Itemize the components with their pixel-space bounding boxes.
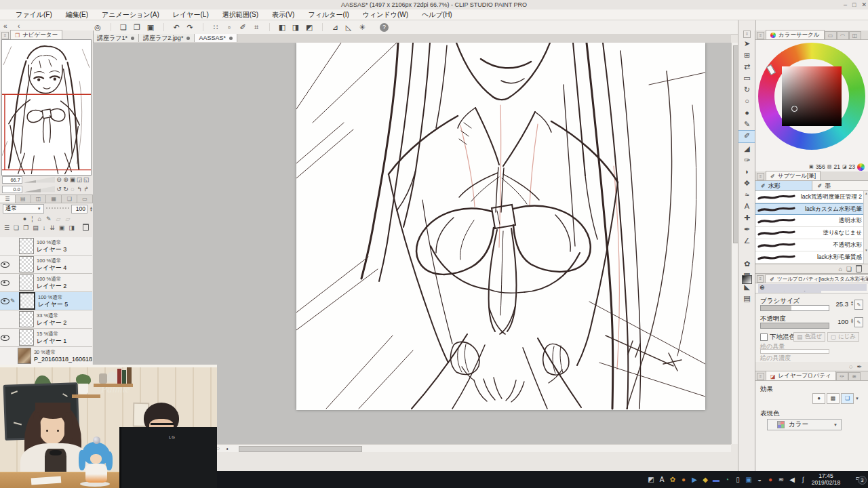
layer-thumbnail[interactable] xyxy=(18,348,31,364)
toolbar-button[interactable] xyxy=(104,23,111,31)
tray-icon[interactable]: ◀ xyxy=(787,471,797,488)
layer-lock-icon[interactable]: ▱ xyxy=(65,216,70,222)
tray-icon[interactable]: ◩ xyxy=(646,471,656,488)
expression-color-select[interactable]: カラー ▼ xyxy=(767,419,842,430)
tab-close-dot[interactable] xyxy=(186,37,190,40)
navigator-zoom-icon[interactable]: ▣ xyxy=(69,176,76,183)
brush-row[interactable]: 不透明水彩 xyxy=(755,239,868,251)
tray-icon[interactable]: A xyxy=(656,471,667,488)
layer-palette-tab[interactable]: ▤ xyxy=(16,195,31,203)
layer-visibility-eye-icon[interactable] xyxy=(1,298,9,304)
menu-item[interactable]: 表示(V) xyxy=(266,10,300,20)
document-tab[interactable]: 講座ラフ1* xyxy=(93,34,139,42)
menu-item[interactable]: 編集(E) xyxy=(60,10,94,20)
layer-name[interactable]: レイヤー 1 xyxy=(37,338,66,344)
param-value[interactable]: 100 xyxy=(828,318,848,325)
tool-property-tab[interactable]: ✐ ツールプロパティ[lackカスタム水彩毛筆] xyxy=(765,274,868,283)
tool-button[interactable]: ○ xyxy=(738,96,755,107)
menu-item[interactable]: ファイル(F) xyxy=(9,10,58,20)
tray-icon[interactable]: ◒ xyxy=(754,471,765,488)
brush-row[interactable]: lackカスタム水彩毛筆 xyxy=(755,203,868,215)
tab-close-dot[interactable] xyxy=(131,37,134,40)
subtool-grip-icon[interactable]: ≡ xyxy=(757,173,764,180)
subtool-group-tab[interactable]: ✐ 水彩 xyxy=(755,181,812,190)
tool-button[interactable]: ▤ xyxy=(738,293,755,304)
tray-icon[interactable]: ≋ xyxy=(776,471,787,488)
layer-thumbnail[interactable] xyxy=(19,256,34,272)
param-dynamics-button[interactable]: ✎ xyxy=(854,300,863,310)
onion-skin-tab[interactable]: ≋ xyxy=(848,372,861,380)
toolbar-button[interactable]: ⊿ xyxy=(328,22,342,33)
layer-thumbnail[interactable] xyxy=(19,311,34,327)
layer-palette-tab[interactable]: ◫ xyxy=(31,195,47,203)
toolbar-button[interactable] xyxy=(157,23,164,31)
border-effect-icon[interactable]: ● xyxy=(812,393,825,404)
layer-command-icon[interactable]: ❐ xyxy=(23,224,28,231)
tray-icon[interactable]: ◔ xyxy=(722,471,732,488)
color-circle-tab[interactable]: カラーサークル xyxy=(766,30,825,39)
layer-row[interactable]: ✎ 15 %通常 レイヤー 1 xyxy=(0,329,92,347)
layer-lock-icon[interactable]: ⌂ xyxy=(37,216,41,222)
navigator-zoom-icon[interactable]: ◲ xyxy=(76,176,83,183)
layer-palette-tab[interactable]: ▭ xyxy=(77,195,93,203)
toolbar-button[interactable]: ✳ xyxy=(355,22,369,33)
param-spinner[interactable]: ▲▼ xyxy=(850,318,854,323)
tone-effect-icon[interactable]: ▩ xyxy=(827,393,840,404)
tray-icon[interactable]: ● xyxy=(678,471,689,488)
navigator-rotate-icon[interactable]: ◌ xyxy=(69,186,76,192)
navigator-zoom-icon[interactable]: ◱ xyxy=(83,176,90,183)
blend-mode-select[interactable]: 通常 ▼ xyxy=(3,204,44,214)
collapse-left-icon[interactable]: « xyxy=(3,22,7,30)
zoom-value[interactable]: 66.7 xyxy=(2,176,22,184)
layer-name[interactable]: レイヤー 2 xyxy=(37,283,66,289)
help-icon[interactable]: ? xyxy=(380,23,389,32)
toolbar-button[interactable] xyxy=(197,23,203,31)
layer-row[interactable]: ✎ 100 %通常 レイヤー 5 xyxy=(0,292,92,310)
color-slider-tab[interactable]: ▭ xyxy=(825,31,837,39)
tray-icon[interactable]: ▶ xyxy=(689,471,700,488)
layer-thumbnail[interactable] xyxy=(19,292,35,310)
tray-icon[interactable]: ◆ xyxy=(700,471,711,488)
magnifier-icon[interactable]: ⊕ xyxy=(758,284,867,291)
layer-visibility-eye-icon[interactable] xyxy=(1,280,9,286)
layer-name[interactable]: P_20160318_160618 xyxy=(34,356,92,363)
mix-ground-checkbox[interactable] xyxy=(760,333,768,341)
scroll-left-icon[interactable]: ◂ xyxy=(226,446,228,451)
tray-icon[interactable]: ✿ xyxy=(667,471,678,488)
param-slider[interactable] xyxy=(760,323,829,329)
wheel-toggle-icon[interactable] xyxy=(857,163,865,171)
register-initial-icon[interactable]: ✒ xyxy=(856,363,862,370)
navigator-tab[interactable]: ❐ ナビゲーター xyxy=(10,30,62,39)
new-subtool-icon[interactable]: ❏ xyxy=(846,266,852,272)
brush-row[interactable]: lack荒透明度筆圧管理 2 xyxy=(755,191,868,203)
layer-row[interactable]: ✎ 100 %通常 レイヤー 2 xyxy=(0,274,92,292)
saturation-value-square[interactable] xyxy=(782,66,842,126)
tray-icon[interactable]: ▣ xyxy=(743,471,754,488)
tool-button[interactable]: ▭ xyxy=(738,73,755,84)
tool-button[interactable]: ❖ xyxy=(738,178,755,189)
tool-button[interactable]: ✒ xyxy=(738,224,755,235)
navigator-rotate-icon[interactable]: ↻ xyxy=(62,186,69,192)
color-wheel-area[interactable] xyxy=(755,40,868,162)
layer-lock-icon[interactable]: ▱ xyxy=(56,216,60,222)
chevron-down-icon[interactable]: ▼ xyxy=(855,396,859,401)
canvas-document[interactable] xyxy=(296,43,705,410)
layer-property-tab[interactable]: ◪ レイヤープロパティ xyxy=(766,371,836,380)
menu-item[interactable]: 選択範囲(S) xyxy=(216,10,264,20)
param-dynamics-button[interactable]: ✎ xyxy=(854,317,863,327)
param-value[interactable]: 25.3 xyxy=(828,300,848,308)
layer-color-effect-icon[interactable]: ❏ xyxy=(841,393,854,404)
toolbar-button[interactable]: ▫ xyxy=(222,22,236,33)
layer-property-grip-icon[interactable]: ≡ xyxy=(757,373,764,380)
tool-button[interactable]: ➤ xyxy=(738,38,755,49)
menu-item[interactable]: ヘルプ(H) xyxy=(416,10,458,20)
tool-button[interactable]: ∠ xyxy=(738,235,755,247)
import-subtool-icon[interactable]: ⌂ xyxy=(838,266,842,272)
layer-command-icon[interactable]: ↓ xyxy=(43,224,46,231)
layer-command-icon[interactable]: ▤ xyxy=(33,224,39,231)
rotation-slider[interactable] xyxy=(24,186,55,192)
toolbar-button[interactable]: ◩ xyxy=(302,22,316,33)
delete-subtool-icon[interactable] xyxy=(856,265,862,272)
toolbar-button[interactable]: ▣ xyxy=(144,22,157,33)
toolbar-button[interactable] xyxy=(316,23,323,31)
